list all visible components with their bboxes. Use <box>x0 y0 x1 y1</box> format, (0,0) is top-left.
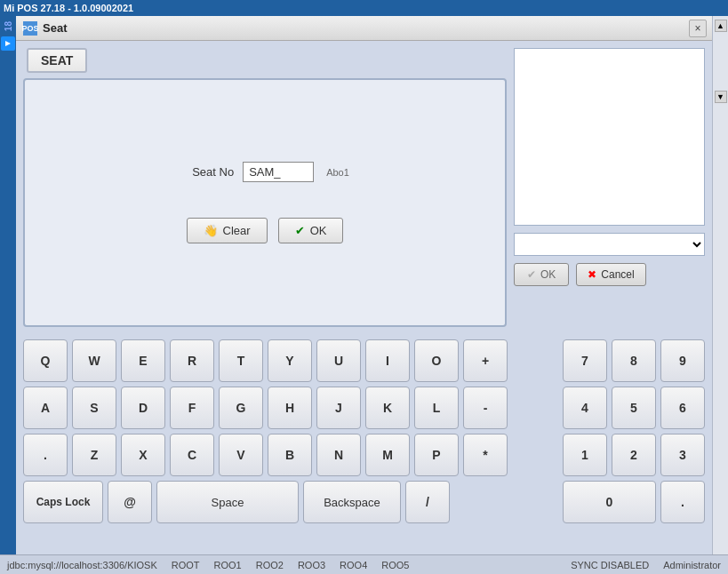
right-ok-button[interactable]: ✔ OK <box>514 263 569 286</box>
key-6[interactable]: 6 <box>660 387 705 429</box>
key-d[interactable]: D <box>121 387 165 429</box>
key-k[interactable]: K <box>365 387 410 429</box>
key-7[interactable]: 7 <box>563 339 607 382</box>
seat-form-area: Seat No Abo1 👋 Clear ✔ OK <box>23 78 507 327</box>
status-jdbc: jdbc:mysql://localhost:3306/KIOSK <box>7 560 157 570</box>
key-5[interactable]: 5 <box>612 387 656 429</box>
seat-no-input[interactable] <box>243 162 314 182</box>
key-a[interactable]: A <box>23 387 68 429</box>
ok-icon: ✔ <box>295 224 305 237</box>
key-1[interactable]: 1 <box>563 434 607 476</box>
status-user-roo4: ROO4 <box>340 560 367 570</box>
key-8[interactable]: 8 <box>612 339 656 382</box>
key-v[interactable]: V <box>219 434 263 476</box>
key-w[interactable]: W <box>72 339 116 382</box>
right-ok-label: OK <box>540 268 556 281</box>
sidebar-label: 18 <box>4 21 13 31</box>
key-u[interactable]: U <box>316 339 361 382</box>
key-h[interactable]: H <box>268 387 312 429</box>
key-c[interactable]: C <box>170 434 214 476</box>
app-label: Mi POS 27.18 - 1.0.09002021 <box>4 3 133 13</box>
status-bar: jdbc:mysql://localhost:3306/KIOSK ROOT R… <box>0 554 728 574</box>
right-select[interactable] <box>514 233 705 256</box>
key-row-1: Q W E R T Y U I O + <box>23 339 554 382</box>
numpad-row-3: 1 2 3 <box>563 434 705 476</box>
key-4[interactable]: 4 <box>563 387 607 429</box>
right-select-row <box>514 233 705 256</box>
status-user-roo5: ROO5 <box>381 560 409 570</box>
key-row-2: A S D F G H J K L - <box>23 387 554 429</box>
seat-no-label: Seat No <box>180 165 234 179</box>
right-textarea[interactable] <box>514 48 705 226</box>
seat-tab-label: SEAT <box>27 48 87 73</box>
key-o[interactable]: O <box>414 339 459 382</box>
key-caps-lock[interactable]: Caps Lock <box>23 481 103 523</box>
scroll-down[interactable]: ▼ <box>715 91 727 103</box>
key-q[interactable]: Q <box>23 339 68 382</box>
svg-marker-0 <box>5 41 11 46</box>
status-user-root: ROOT <box>172 560 200 570</box>
key-j[interactable]: J <box>316 387 361 429</box>
numpad-row-1: 7 8 9 <box>563 339 705 382</box>
dialog-icon: POS <box>23 21 37 36</box>
key-i[interactable]: I <box>365 339 410 382</box>
sidebar-strip: 18 <box>0 16 16 554</box>
key-m[interactable]: M <box>365 434 410 476</box>
key-9[interactable]: 9 <box>660 339 705 382</box>
key-y[interactable]: Y <box>268 339 312 382</box>
main-content: POS Seat × SEAT Seat No Abo1 👋 Clear <box>16 16 712 529</box>
taskbar: Mi POS 27.18 - 1.0.09002021 <box>0 0 728 16</box>
key-at[interactable]: @ <box>108 481 152 523</box>
key-f[interactable]: F <box>170 387 214 429</box>
key-slash[interactable]: / <box>405 481 450 523</box>
right-ok-icon: ✔ <box>527 268 536 281</box>
dialog-body: SEAT Seat No Abo1 👋 Clear ✔ OK <box>16 41 712 334</box>
key-x[interactable]: X <box>121 434 165 476</box>
ok-button[interactable]: ✔ OK <box>278 218 344 243</box>
ok-label: OK <box>310 224 327 237</box>
key-3[interactable]: 3 <box>660 434 705 476</box>
right-strip: ▲ ▼ <box>712 16 728 554</box>
numpad-row-4: 0 . <box>563 481 705 523</box>
seat-tab: SEAT <box>23 48 507 73</box>
status-user-roo1: ROO1 <box>214 560 242 570</box>
key-2[interactable]: 2 <box>612 434 656 476</box>
form-button-row: 👋 Clear ✔ OK <box>187 218 344 243</box>
status-user-roo3: ROO3 <box>298 560 325 570</box>
key-row-bottom: Caps Lock @ Space Backspace / <box>23 481 554 523</box>
key-b[interactable]: B <box>268 434 312 476</box>
key-p[interactable]: P <box>414 434 459 476</box>
scroll-up[interactable]: ▲ <box>715 20 727 32</box>
key-row-3: . Z X C V B N M P * <box>23 434 554 476</box>
key-z[interactable]: Z <box>72 434 116 476</box>
right-cancel-button[interactable]: ✖ Cancel <box>576 263 645 286</box>
close-button[interactable]: × <box>689 20 707 37</box>
key-space[interactable]: Space <box>156 481 299 523</box>
key-l[interactable]: L <box>414 387 459 429</box>
key-decimal[interactable]: . <box>660 481 705 523</box>
key-n[interactable]: N <box>316 434 361 476</box>
key-e[interactable]: E <box>121 339 165 382</box>
status-admin: Administrator <box>663 560 721 570</box>
key-asterisk[interactable]: * <box>463 434 508 476</box>
key-r[interactable]: R <box>170 339 214 382</box>
key-s[interactable]: S <box>72 387 116 429</box>
key-t[interactable]: T <box>219 339 263 382</box>
right-cancel-label: Cancel <box>601 268 634 281</box>
key-backspace[interactable]: Backspace <box>303 481 401 523</box>
clear-button[interactable]: 👋 Clear <box>187 218 268 243</box>
key-minus[interactable]: - <box>463 387 508 429</box>
status-user-roo2: ROO2 <box>256 560 284 570</box>
key-dot[interactable]: . <box>23 434 68 476</box>
right-cancel-icon: ✖ <box>588 268 596 281</box>
clear-icon: 👋 <box>204 224 218 237</box>
seat-hint: Abo1 <box>326 167 349 178</box>
seat-number-row: Seat No Abo1 <box>180 162 349 182</box>
dialog-title-bar: POS Seat × <box>16 16 712 41</box>
key-plus[interactable]: + <box>463 339 508 382</box>
dialog-title: Seat <box>43 21 67 35</box>
keyboard-section: Q W E R T Y U I O + A S D F G H J K <box>16 334 712 529</box>
key-g[interactable]: G <box>219 387 263 429</box>
key-0[interactable]: 0 <box>563 481 656 523</box>
sidebar-icon[interactable] <box>1 36 15 51</box>
